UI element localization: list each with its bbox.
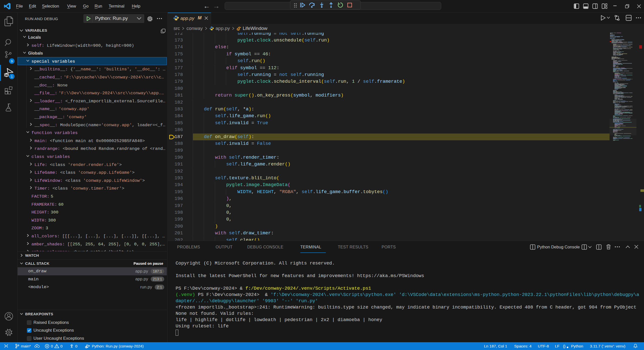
svg-text:{}: {}: [563, 344, 566, 348]
